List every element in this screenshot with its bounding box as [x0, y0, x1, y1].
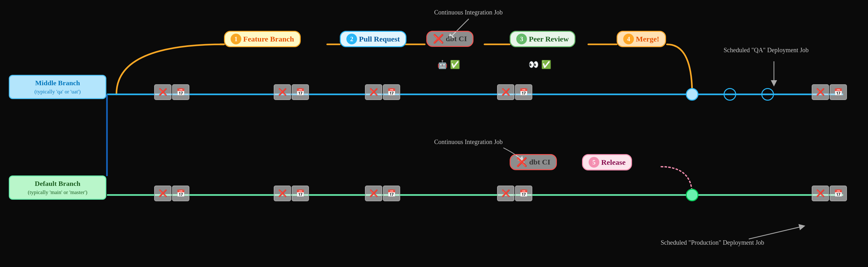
step-4-number: 4: [623, 34, 634, 44]
dbt-ci-mid-icon: ❌: [516, 157, 527, 167]
check-emoji-1: ✅: [450, 60, 460, 69]
circle-node-1: [686, 88, 699, 101]
dbt-ci-top-node: ❌ dbt CI: [426, 31, 473, 47]
annotation-ci-top: Continuous Integration Job: [434, 9, 503, 16]
pull-request-node: 2 Pull Request: [340, 31, 406, 47]
default-branch-label: Default Branch: [14, 179, 101, 189]
middle-icon-4: ❌ 📅: [497, 84, 532, 100]
default-icon-2: ❌ 📅: [274, 186, 309, 201]
dbt-ci-top-icon: ❌: [433, 34, 444, 44]
middle-icon-1: ❌ 📅: [154, 84, 189, 100]
robot-emoji-1: 🤖: [437, 60, 447, 69]
middle-branch-label: Middle Branch: [14, 78, 101, 88]
feature-branch-node: 1 Feature Branch: [224, 31, 301, 47]
dbt-ci-mid-label: dbt CI: [529, 158, 550, 166]
merge-node: 4 Merge!: [617, 31, 666, 47]
eyes-emoji: 👀: [529, 60, 538, 69]
peer-emoji-row: 👀 ✅: [529, 60, 551, 69]
peer-review-node: 3 Peer Review: [510, 31, 576, 47]
default-icon-1: ❌ 📅: [154, 186, 189, 201]
middle-branch-sublabel: (typically 'qa' or 'uat'): [14, 88, 101, 96]
step-5-number: 5: [589, 157, 599, 168]
default-icon-3: ❌ 📅: [365, 186, 400, 201]
step-3-number: 3: [516, 34, 527, 44]
step-2-number: 2: [346, 34, 357, 44]
annotation-ci-mid: Continuous Integration Job: [434, 138, 503, 145]
middle-icon-2: ❌ 📅: [274, 84, 309, 100]
circle-node-green: [686, 189, 699, 201]
merge-label: Merge!: [636, 35, 659, 43]
middle-icon-5: ❌ 📅: [812, 84, 847, 100]
dbt-ci-top-label: dbt CI: [446, 35, 467, 43]
default-icon-5: ❌ 📅: [812, 186, 847, 201]
pull-request-label: Pull Request: [359, 35, 400, 43]
circle-node-2: [723, 88, 736, 101]
default-icon-4: ❌ 📅: [497, 186, 532, 201]
annotation-qa-deployment: Scheduled "QA" Deployment Job: [723, 46, 809, 54]
check-emoji-2: ✅: [541, 60, 551, 69]
middle-branch-box: Middle Branch (typically 'qa' or 'uat'): [9, 75, 106, 99]
release-label: Release: [601, 158, 625, 167]
peer-review-label: Peer Review: [529, 35, 569, 43]
feature-branch-label: Feature Branch: [243, 35, 294, 43]
annotation-prod-deployment: Scheduled "Production" Deployment Job: [661, 239, 764, 246]
circle-node-3: [761, 88, 774, 101]
dbt-ci-mid-node: ❌ dbt CI: [510, 154, 557, 170]
diagram-container: Middle Branch (typically 'qa' or 'uat') …: [0, 0, 868, 267]
step-1-number: 1: [230, 34, 241, 44]
middle-icon-3: ❌ 📅: [365, 84, 400, 100]
default-branch-sublabel: (typically 'main' or 'master'): [14, 189, 101, 196]
ci-emoji-row-top: 🤖 ✅: [437, 60, 460, 69]
default-branch-box: Default Branch (typically 'main' or 'mas…: [9, 175, 106, 200]
release-node: 5 Release: [582, 154, 632, 170]
